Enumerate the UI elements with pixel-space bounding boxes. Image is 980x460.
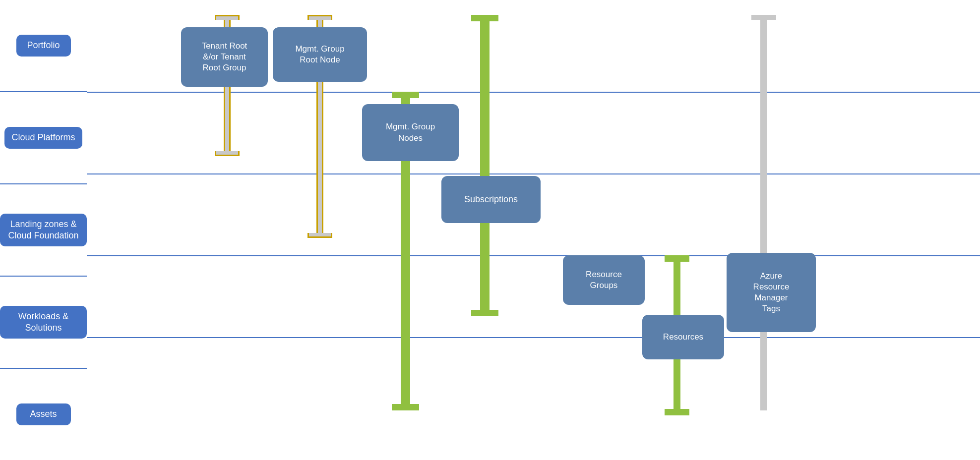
conn1-bot-cap [215,151,240,156]
divider-1 [87,92,980,93]
content-area: Tenant Root&/or TenantRoot Group Mgmt. G… [87,0,980,460]
conn7-stem-top [760,20,767,263]
divider-2 [87,173,980,174]
divider-3 [87,255,980,256]
conn4-bot-cap [471,310,498,316]
portfolio-label: Portfolio [16,35,71,56]
tenant-root-node: Tenant Root&/or TenantRoot Group [181,27,268,87]
resources-node: Resources [642,315,724,359]
labels-column: Portfolio Cloud Platforms Landing zones … [0,0,87,460]
assets-label: Assets [16,403,71,425]
diagram-container: Portfolio Cloud Platforms Landing zones … [0,0,980,460]
mgmt-group-root-node: Mgmt. GroupRoot Node [273,27,367,82]
divider-4 [87,337,980,338]
conn6-bot-cap [665,409,689,415]
conn6-stem-top [674,262,680,321]
cloud-platforms-label: Cloud Platforms [4,127,82,148]
conn2-stem-bot [316,82,323,233]
conn7-stem-bot [760,332,767,410]
conn1-stem-bot [224,87,231,151]
landing-zones-label: Landing zones & Cloud Foundation [0,214,87,247]
resource-groups-node: ResourceGroups [563,255,645,305]
label-cell-portfolio: Portfolio [0,0,87,91]
conn4-stem-top [480,21,490,181]
conn2-bot-cap [307,233,332,238]
conn3-stem-bot [401,161,410,404]
conn1-top-cap [215,15,240,20]
conn4-top-cap [471,15,498,21]
label-cell-cloud-platforms: Cloud Platforms [0,91,87,183]
conn4-stem-bot [480,223,490,310]
label-cell-workloads: Workloads & Solutions [0,276,87,368]
conn3-top-cap [392,92,419,98]
conn6-top-cap [665,255,689,262]
label-cell-landing-zones: Landing zones & Cloud Foundation [0,183,87,276]
arm-tags-node: AzureResourceManagerTags [727,253,816,332]
conn3-bot-cap [392,404,419,410]
subscriptions-node: Subscriptions [441,176,541,223]
conn6-stem-bot [674,359,680,409]
conn7-top-cap [751,15,776,20]
workloads-label: Workloads & Solutions [0,306,87,339]
mgmt-group-nodes-node: Mgmt. GroupNodes [362,104,459,161]
label-cell-assets: Assets [0,368,87,460]
conn2-top-cap [307,15,332,20]
